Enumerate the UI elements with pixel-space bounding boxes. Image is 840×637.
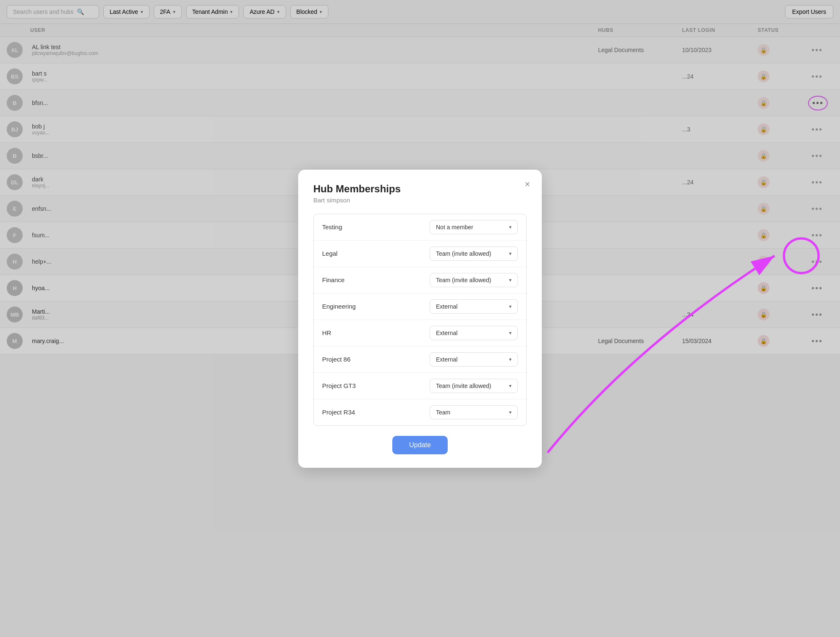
membership-row: HR External ▾: [314, 320, 526, 346]
membership-select[interactable]: Team (invite allowed) ▾: [430, 379, 518, 393]
hub-label: Project R34: [322, 409, 377, 416]
membership-row: Engineering External ▾: [314, 294, 526, 320]
membership-row: Legal Team (invite allowed) ▾: [314, 241, 526, 267]
membership-select[interactable]: Team (invite allowed) ▾: [430, 273, 518, 287]
membership-value: External: [436, 303, 457, 310]
hub-label: Project 86: [322, 356, 377, 363]
membership-row: Testing Not a member ▾: [314, 214, 526, 241]
memberships-table: Testing Not a member ▾ Legal Team (invit…: [313, 214, 527, 426]
membership-value: Team (invite allowed): [436, 383, 491, 389]
hub-label: Engineering: [322, 303, 377, 310]
membership-select[interactable]: External ▾: [430, 326, 518, 340]
chevron-down-icon: ▾: [509, 251, 512, 257]
membership-select[interactable]: Team (invite allowed) ▾: [430, 246, 518, 261]
membership-row: Finance Team (invite allowed) ▾: [314, 267, 526, 294]
membership-value: Team (invite allowed): [436, 277, 491, 283]
modal-subtitle: Bart simpson: [313, 197, 527, 204]
modal-overlay[interactable]: × Hub Memberships Bart simpson Testing N…: [0, 0, 840, 637]
membership-value: Team: [436, 409, 450, 416]
membership-row: Project GT3 Team (invite allowed) ▾: [314, 373, 526, 399]
chevron-down-icon: ▾: [509, 383, 512, 389]
hub-label: Legal: [322, 250, 377, 257]
membership-select[interactable]: Team ▾: [430, 405, 518, 419]
membership-value: Not a member: [436, 224, 473, 231]
membership-row: Project 86 External ▾: [314, 346, 526, 373]
membership-select[interactable]: Not a member ▾: [430, 220, 518, 234]
chevron-down-icon: ▾: [509, 330, 512, 336]
modal-title: Hub Memberships: [313, 183, 527, 195]
hub-label: Testing: [322, 223, 377, 231]
chevron-down-icon: ▾: [509, 224, 512, 230]
hub-label: HR: [322, 329, 377, 336]
membership-select[interactable]: External ▾: [430, 352, 518, 367]
membership-value: Team (invite allowed): [436, 250, 491, 257]
membership-value: External: [436, 356, 457, 363]
modal-close-button[interactable]: ×: [525, 180, 530, 189]
membership-value: External: [436, 330, 457, 336]
membership-select[interactable]: External ▾: [430, 299, 518, 314]
hub-memberships-modal: × Hub Memberships Bart simpson Testing N…: [298, 170, 542, 468]
membership-row: Project R34 Team ▾: [314, 399, 526, 425]
update-button[interactable]: Update: [392, 436, 448, 454]
chevron-down-icon: ▾: [509, 357, 512, 362]
hub-label: Project GT3: [322, 382, 377, 389]
chevron-down-icon: ▾: [509, 304, 512, 309]
chevron-down-icon: ▾: [509, 409, 512, 415]
hub-label: Finance: [322, 276, 377, 283]
chevron-down-icon: ▾: [509, 277, 512, 283]
